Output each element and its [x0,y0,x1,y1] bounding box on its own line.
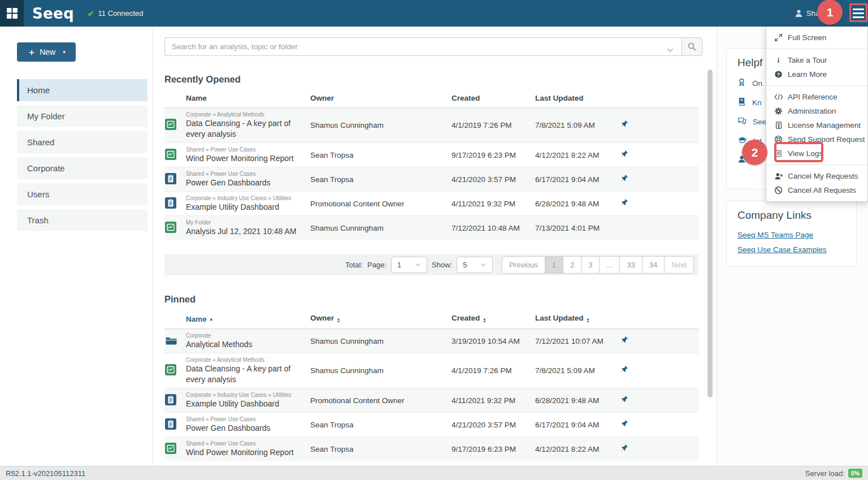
item-name[interactable]: Wind Power Monitoring Report [186,153,305,164]
search-input[interactable] [164,37,682,56]
column-header-created[interactable]: Created [452,94,535,102]
table-row[interactable]: CorporateAnalytical Methods Shamus Cunni… [164,329,698,353]
hamburger-dropdown-menu: Full Screen iTake a Tour?Learn More API … [766,27,868,202]
agents-connected-status[interactable]: ✔ 11 Connected [88,9,144,18]
annotation-hamburger-highlight [849,3,867,22]
column-header-updated[interactable]: Last Updated [535,94,619,102]
sidebar-item[interactable]: Home [17,79,147,101]
license-icon [774,121,783,129]
chevron-down-icon [415,263,421,267]
table-row[interactable]: Corporate » Industry Use Cases » Utiliti… [164,388,698,412]
page-button[interactable]: 33 [619,256,642,274]
page-button[interactable]: 3 [581,256,600,274]
sort-ascending-icon: ▲ [209,317,214,322]
menu-item[interactable]: License Management [766,118,867,132]
column-header-name[interactable]: Name▲ [186,315,310,323]
item-name[interactable]: Example Utility Dashboard [186,202,305,213]
item-created: 4/1/2019 7:26 PM [452,366,535,375]
award-icon [737,78,746,88]
main-content: Recently Opened Name Owner Created Last … [153,27,717,466]
page-select[interactable]: 1 [391,257,427,273]
pin-icon[interactable] [619,150,698,161]
sidebar-item[interactable]: Corporate [17,157,147,179]
column-header-updated[interactable]: Last Updated▲▼ [535,314,619,323]
column-header-created[interactable]: Created▲▼ [452,314,535,323]
topic-icon [165,197,176,210]
caret-down-icon: ▾ [63,49,66,55]
table-row[interactable]: Shared » Power Use CasesPower Gen Dashbo… [164,412,698,436]
show-select[interactable]: 5 [457,257,493,273]
menu-item[interactable]: API Reference [766,90,867,104]
new-button-label: New [40,47,55,57]
item-name[interactable]: Power Gen Dashboards [186,423,305,434]
table-row[interactable]: My FolderAnalysis Jul 12, 2021 10:48 AM … [164,215,698,240]
menu-item[interactable]: iTake a Tour [766,53,867,67]
item-name[interactable]: Analysis Jul 12, 2021 10:48 AM [186,226,305,237]
table-row[interactable]: Shared » Power Use CasesWind Power Monit… [164,142,698,167]
item-owner: Promotional Content Owner [310,396,452,405]
column-header-owner[interactable]: Owner▲▼ [310,314,452,323]
item-name[interactable]: Data Cleansing - A key part of every ana… [186,118,305,140]
seeq-home-page: Seeq ✔ 11 Connected Sha ＋ New ▾ HomeMy F… [0,0,868,480]
annotation-viewlogs-highlight [774,142,823,162]
menu-item[interactable]: Administration [766,104,867,118]
item-updated: 6/28/2021 9:48 AM [535,396,619,405]
company-link[interactable]: Seeq MS Teams Page [737,231,856,239]
pin-icon[interactable] [619,174,698,185]
item-created: 4/11/2021 9:32 PM [452,200,535,208]
scrollbar[interactable] [708,70,713,397]
page-button[interactable]: Next [664,256,694,274]
pin-icon[interactable] [619,120,698,131]
pin-icon[interactable] [619,420,698,430]
sidebar-item[interactable]: My Folder [17,105,147,127]
table-row[interactable]: Corporate » Analytical MethodsData Clean… [164,108,698,142]
pin-icon[interactable] [619,198,698,209]
column-header-owner[interactable]: Owner [310,94,452,102]
pin-icon[interactable] [619,365,698,376]
item-name[interactable]: Data Cleansing - A key part of every ana… [186,364,305,385]
item-name[interactable]: Analytical Methods [186,339,305,350]
pin-icon[interactable] [619,395,698,406]
analysis-icon [165,364,176,377]
status-bar: R52.1.1-v202105112311 Server load: 0% [0,466,868,480]
item-name[interactable]: Wind Power Monitoring Report [186,447,305,458]
company-links-card: Company Links Seeq MS Teams PageSeeq Use… [726,201,857,267]
menu-item[interactable]: Cancel All Requests [766,183,867,197]
seeq-logo: Seeq [32,5,74,22]
item-name[interactable]: Example Utility Dashboard [186,399,305,409]
table-row[interactable]: Corporate » Industry Use Cases » Utiliti… [164,191,698,215]
chevron-down-icon[interactable] [667,45,674,55]
analysis-icon [165,149,176,162]
sidebar-item[interactable]: Trash [17,209,147,231]
pin-icon[interactable] [619,336,698,347]
pin-icon[interactable] [619,444,698,455]
search-icon [688,42,696,51]
table-row[interactable]: Corporate » Analytical MethodsData Clean… [164,353,698,388]
menu-item[interactable]: ?Learn More [766,67,867,81]
app-switcher-button[interactable] [0,0,24,27]
page-button[interactable]: ... [599,256,620,274]
user-menu[interactable]: Sha [795,0,819,27]
page-label: Page: [367,261,387,269]
page-button[interactable]: Previous [502,256,545,274]
item-updated: 6/17/2021 9:04 AM [535,175,619,184]
item-updated: 7/12/2021 10:07 AM [535,337,619,345]
search-button[interactable] [682,37,702,56]
table-row[interactable]: Shared » Power Use CasesPower Gen Dashbo… [164,167,698,191]
recently-opened-table: Name Owner Created Last Updated Corporat… [164,85,698,240]
menu-item[interactable]: Full Screen [766,31,867,45]
column-header-name[interactable]: Name [186,94,310,102]
page-button[interactable]: 1 [545,256,563,274]
page-button[interactable]: 2 [563,256,581,274]
item-path: My Folder [186,219,305,226]
table-row[interactable]: Shared » Power Use CasesWind Power Monit… [164,436,698,461]
menu-item[interactable]: Cancel My Requests [766,169,867,183]
question-icon: ? [774,70,783,79]
page-button[interactable]: 34 [642,256,665,274]
new-button[interactable]: ＋ New ▾ [17,42,76,62]
sidebar-item[interactable]: Shared [17,131,147,153]
connected-label: 11 Connected [98,9,144,18]
company-link[interactable]: Seeq Use Case Examples [737,245,856,254]
sidebar-item[interactable]: Users [17,183,147,205]
item-name[interactable]: Power Gen Dashboards [186,178,305,188]
